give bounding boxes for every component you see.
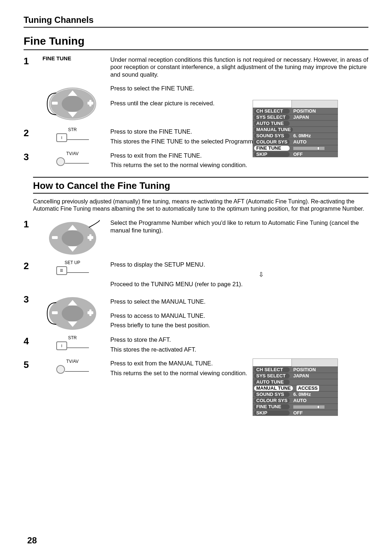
osd-menu-fine-tune: CH SELECTPOSITIONSYS SELECTJAPANAUTO TUN… — [253, 100, 338, 157]
step-a3-line2: This returns the set to the normal viewi… — [110, 161, 368, 169]
cancel-title: How to Cancel the Fine Tuning — [33, 177, 368, 194]
tvav-label: TV/AV — [66, 151, 79, 157]
osd-row-value: AUTO — [293, 398, 307, 404]
osd-row: SOUND SYS6. 0MHz — [253, 133, 338, 139]
leader-line — [67, 272, 89, 273]
step-b1-line1: Select the Programme Number which you'd … — [110, 219, 368, 234]
osd-row: COLOUR SYSAUTO — [253, 397, 338, 404]
step-number: 3 — [24, 293, 34, 305]
osd-row-value: 6. 0MHz — [293, 392, 311, 397]
osd-row-label: CH SELECT — [254, 367, 290, 372]
svg-rect-12 — [52, 311, 58, 314]
leader-line — [65, 163, 89, 163]
step-number: 1 — [24, 218, 34, 230]
osd-row: SKIPOFF — [253, 410, 338, 416]
osd-row-value: AUTO — [293, 139, 307, 145]
osd-row: SYS SELECTJAPAN — [253, 114, 338, 120]
fine-tune-label: FINE TUNE — [42, 55, 71, 62]
step-b4: 4 STR Press to store the AFT. This store… — [24, 335, 368, 355]
tvav-button-icon — [56, 365, 65, 374]
osd-row: CH SELECTPOSITION — [253, 108, 338, 114]
osd-row-value: OFF — [293, 410, 303, 416]
slider-icon — [293, 405, 324, 409]
osd-row: MANUAL TUNEACCESS — [253, 385, 338, 391]
osd-row-value: JAPAN — [293, 373, 309, 379]
svg-rect-14 — [89, 309, 91, 316]
svg-rect-7 — [52, 236, 58, 239]
setup-button-icon: ☰ — [56, 266, 67, 275]
fine-tuning-title: Fine Tuning — [24, 34, 368, 50]
osd-row-value: 6. 0MHz — [293, 133, 311, 139]
osd-menu-manual-tune: CH SELECTPOSITIONSYS SELECTJAPANAUTO TUN… — [253, 358, 338, 416]
str-label: STR — [68, 127, 77, 133]
step-b2-line1: Press to display the SETUP MENU. — [110, 261, 368, 268]
step-number: 2 — [24, 127, 34, 139]
osd-row: MANUAL TUNE — [253, 126, 338, 133]
osd-row-value: OFF — [293, 151, 303, 157]
osd-row-label: AUTO TUNE — [254, 380, 290, 385]
osd-row-value: ACCESS — [297, 385, 319, 391]
osd-row-label: COLOUR SYS — [254, 139, 290, 145]
osd-row: CH SELECTPOSITION — [253, 366, 338, 373]
step-number: 5 — [24, 359, 34, 371]
dpad-icon — [45, 218, 100, 256]
leader-line — [67, 348, 89, 348]
osd-row-label: SOUND SYS — [254, 133, 290, 138]
tvav-label: TV/AV — [66, 359, 79, 364]
step-b2: 2 SET UP ☰ Press to display the SETUP ME… — [24, 260, 368, 290]
dpad-icon — [45, 84, 100, 122]
leader-line — [65, 371, 89, 372]
osd-row-label: SYS SELECT — [254, 115, 290, 120]
osd-row-label: SYS SELECT — [254, 373, 290, 378]
svg-rect-9 — [89, 234, 91, 241]
svg-point-5 — [62, 96, 83, 112]
svg-rect-4 — [89, 100, 91, 106]
step-b1: 1 Select the Programme Number which you'… — [24, 218, 368, 256]
tvav-button-icon — [56, 157, 65, 166]
osd-row-label: FINE TUNE — [254, 146, 290, 151]
step-number: 2 — [24, 260, 34, 272]
setup-label: SET UP — [65, 260, 80, 266]
step-a1-line1: Press to select the FINE TUNE. — [110, 85, 368, 92]
str-button-icon — [56, 133, 67, 142]
step-b4-line1: Press to store the AFT. — [110, 336, 368, 344]
osd-row-label: CH SELECT — [254, 109, 290, 114]
step-b3-line2: Press to access to MANUAL TUNE. — [110, 312, 368, 320]
osd-row: FINE TUNE — [253, 404, 338, 410]
cancel-intro: Cancelling previously adjusted (manually… — [33, 198, 368, 212]
step-b3-line3: Press briefly to tune the best position. — [110, 321, 368, 329]
osd-row-value: POSITION — [293, 367, 316, 373]
osd-row: AUTO TUNE — [253, 379, 338, 385]
step-number: 1 — [24, 55, 34, 67]
osd-row-label: MANUAL TUNE — [254, 386, 293, 391]
arrow-down-icon: ⇩ — [154, 271, 368, 279]
page-number: 28 — [27, 535, 37, 546]
osd-row: SYS SELECTJAPAN — [253, 373, 338, 379]
osd-row: SOUND SYS6. 0MHz — [253, 391, 338, 397]
leader-line — [67, 139, 89, 140]
step-b3-line1: Press to select the MANUAL TUNE. — [110, 298, 368, 305]
osd-row: FINE TUNE — [253, 145, 338, 151]
section-header: Tuning Channels — [24, 15, 368, 28]
osd-row-label: AUTO TUNE — [254, 121, 290, 126]
osd-row-label: SOUND SYS — [254, 392, 290, 397]
str-button-icon — [56, 341, 67, 350]
step-number: 4 — [24, 335, 34, 347]
osd-row: COLOUR SYSAUTO — [253, 139, 338, 145]
dpad-icon — [45, 293, 100, 332]
osd-row: SKIPOFF — [253, 151, 338, 157]
osd-row-label: SKIP — [254, 410, 290, 416]
osd-row-label: MANUAL TUNE — [254, 127, 293, 132]
osd-row-value: POSITION — [293, 108, 316, 114]
step-number: 3 — [24, 151, 34, 163]
osd-row-value: JAPAN — [293, 114, 309, 120]
step-b3: 3 Press to select the MANUAL TUNE. Press… — [24, 293, 368, 332]
osd-row: AUTO TUNE — [253, 120, 338, 126]
osd-row-label: COLOUR SYS — [254, 398, 290, 403]
svg-point-15 — [62, 305, 83, 321]
svg-point-10 — [62, 230, 83, 246]
str-label: STR — [68, 335, 77, 341]
step-b4-line2: This stores the re-activated AFT. — [110, 346, 368, 353]
step-b2-line2: Proceed to the TUNING MENU (refer to pag… — [110, 280, 368, 288]
osd-row-label: SKIP — [254, 152, 290, 157]
